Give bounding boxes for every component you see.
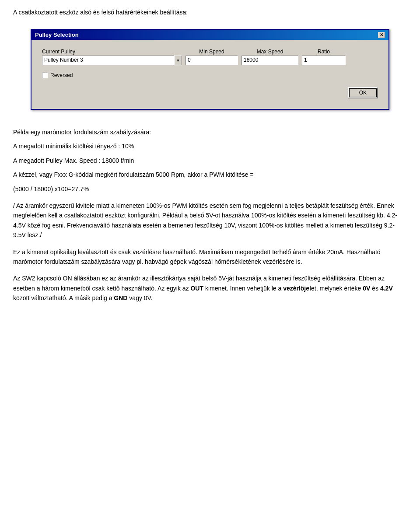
- current-pulley-group: Current Pulley Pulley Number 3 ▼: [42, 49, 182, 65]
- ratio-field[interactable]: 1: [302, 56, 346, 65]
- body-p8-end3: vagy 0V.: [127, 294, 152, 301]
- ok-button[interactable]: OK: [348, 87, 378, 98]
- dialog-close-button[interactable]: ✕: [378, 32, 385, 38]
- dialog-content: Current Pulley Pulley Number 3 ▼ Min Spe…: [32, 40, 388, 109]
- reversed-row: Reversed: [42, 72, 378, 78]
- body-p7: Ez a kimenet optikailag leválasztott és …: [13, 247, 407, 267]
- body-p8-mid: kimenet. Innen vehetjük le a: [203, 285, 283, 292]
- min-speed-header: Min Speed: [186, 49, 238, 55]
- 42v-bold: 4.2V: [380, 285, 393, 292]
- body-p8: Az SW2 kapcsoló ON állásában ez az áramk…: [13, 273, 407, 303]
- body-section-4: Az SW2 kapcsoló ON állásában ez az áramk…: [13, 273, 407, 303]
- gnd-bold: GND: [114, 294, 127, 301]
- pulley-number-field[interactable]: Pulley Number 3: [42, 56, 174, 65]
- 0v-bold: 0V: [363, 285, 370, 292]
- dialog-titlebar: Pulley Selection ✕: [32, 30, 388, 40]
- min-speed-field[interactable]: 0: [186, 56, 238, 65]
- pulley-selection-dialog: Pulley Selection ✕ Current Pulley Pulley…: [31, 29, 389, 110]
- reversed-label: Reversed: [50, 72, 73, 78]
- max-speed-header: Max Speed: [242, 49, 298, 55]
- intro-text: A csatlakoztatott eszköz alsó és felső h…: [13, 9, 407, 16]
- body-p3: A megadott Pulley Max. Speed : 18000 f/m…: [13, 156, 407, 165]
- min-speed-group: Min Speed 0: [186, 49, 238, 65]
- pulley-select-wrapper: Pulley Number 3 ▼: [42, 56, 182, 65]
- reversed-checkbox[interactable]: [42, 73, 48, 78]
- body-p8-and: és: [370, 285, 380, 292]
- max-speed-field[interactable]: 18000: [242, 56, 298, 65]
- body-p8-end2: között változtatható. A másik pedig a: [13, 294, 114, 301]
- dialog-title: Pulley Selection: [35, 32, 79, 38]
- ratio-header: Ratio: [302, 49, 346, 55]
- body-p6: / Az áramkör egyszerű kivitele miatt a k…: [13, 201, 407, 240]
- body-section-1: Példa egy marómotor fordulatszám szabály…: [13, 127, 407, 194]
- pulley-dropdown-button[interactable]: ▼: [174, 56, 182, 65]
- vezerlojel-bold: vezérlőjel: [283, 285, 311, 292]
- ratio-group: Ratio 1: [302, 49, 346, 65]
- body-section-2: / Az áramkör egyszerű kivitele miatt a k…: [13, 201, 407, 240]
- body-p4: A kézzel, vagy Fxxx G-kóddal megkért for…: [13, 170, 407, 179]
- dialog-wrapper: Pulley Selection ✕ Current Pulley Pulley…: [13, 29, 407, 110]
- body-p8-end1: et, melynek értéke: [311, 285, 363, 292]
- out-bold: OUT: [190, 285, 203, 292]
- body-p2: A megadott minimális kitöltési tényező :…: [13, 141, 407, 151]
- body-p5: (5000 / 18000) x100=27.7%: [13, 184, 407, 194]
- ok-btn-row: OK: [42, 87, 378, 98]
- dialog-grid: Current Pulley Pulley Number 3 ▼ Min Spe…: [42, 49, 378, 65]
- current-pulley-header: Current Pulley: [42, 49, 182, 55]
- max-speed-group: Max Speed 18000: [242, 49, 298, 65]
- body-p1: Példa egy marómotor fordulatszám szabály…: [13, 127, 407, 137]
- body-section-3: Ez a kimenet optikailag leválasztott és …: [13, 247, 407, 267]
